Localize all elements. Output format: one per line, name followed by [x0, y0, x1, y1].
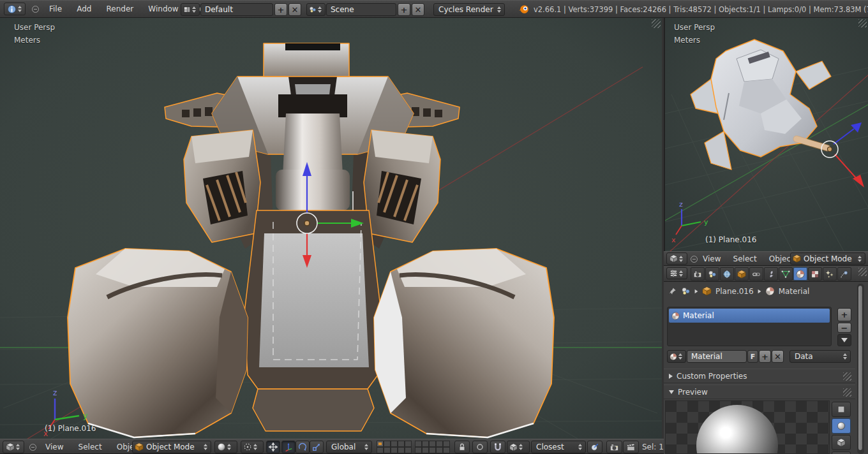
- tab-scene[interactable]: [705, 267, 719, 281]
- properties-editor-type-button[interactable]: [666, 267, 687, 279]
- delete-scene-button[interactable]: ✕: [412, 3, 424, 16]
- snap-target-selector[interactable]: Closest: [531, 441, 586, 453]
- screen-layout-selector[interactable]: [181, 3, 200, 16]
- physics-tab-icon: [840, 270, 849, 279]
- render-engine-selector[interactable]: Cycles Render: [433, 3, 505, 16]
- preview-panel-header[interactable]: Preview: [664, 384, 855, 399]
- secondary-collapse-menus-icon[interactable]: [691, 256, 698, 263]
- menu-render[interactable]: Render: [101, 2, 140, 17]
- screen-layout-name-field[interactable]: Default: [200, 3, 273, 16]
- shading-stepper: [226, 444, 232, 450]
- main-view-label: User Persp: [14, 23, 55, 32]
- mode-stepper: [202, 444, 209, 450]
- collapse-menus-icon[interactable]: [32, 6, 39, 13]
- viewport-shading-selector[interactable]: [214, 441, 237, 453]
- pin-icon[interactable]: [668, 286, 677, 296]
- secondary-mode-label: Object Mode: [801, 254, 857, 263]
- scene-selector[interactable]: [306, 3, 326, 16]
- add-screen-layout-button[interactable]: +: [274, 3, 287, 16]
- snap-element-selector[interactable]: [507, 441, 530, 453]
- browse-material-icon: [670, 353, 677, 361]
- breadcrumb-arrow-2: [758, 289, 761, 293]
- material-link-selector[interactable]: Data: [789, 350, 851, 363]
- lock-to-scene-button[interactable]: [454, 441, 470, 453]
- tab-modifiers[interactable]: [764, 267, 778, 281]
- material-name-field[interactable]: Material: [687, 350, 747, 363]
- tab-particles[interactable]: [823, 267, 837, 281]
- menu-add[interactable]: Add: [71, 2, 97, 17]
- scene-name-field[interactable]: Scene: [326, 3, 396, 16]
- breadcrumb-arrow-1: [695, 289, 698, 293]
- menu-file[interactable]: File: [43, 2, 68, 17]
- fake-user-button[interactable]: F: [747, 350, 758, 363]
- main-collapse-menus-icon[interactable]: [29, 444, 36, 451]
- material-browse-selector[interactable]: [667, 350, 686, 363]
- secondary-editor-type-button[interactable]: [666, 253, 687, 265]
- preview-monkey-button[interactable]: [832, 451, 851, 454]
- scale-manipulator-button[interactable]: [310, 441, 324, 453]
- add-scene-button[interactable]: +: [398, 3, 410, 16]
- render-opengl-button[interactable]: [606, 441, 622, 453]
- properties-scrollbar-thumb[interactable]: [858, 285, 863, 451]
- proportional-edit-button[interactable]: [472, 441, 488, 453]
- custom-properties-grip[interactable]: [843, 372, 851, 381]
- render-engine-stepper: [496, 6, 502, 13]
- snap-peel-button[interactable]: [587, 441, 602, 453]
- unlink-material-button[interactable]: ✕: [772, 350, 784, 363]
- secondary-menu-view[interactable]: View: [698, 252, 725, 267]
- preview-grip[interactable]: [843, 388, 851, 397]
- menu-window[interactable]: Window: [142, 2, 184, 17]
- layers-group-1[interactable]: [377, 441, 412, 453]
- material-specials-button[interactable]: [837, 334, 851, 346]
- material-slot-item[interactable]: Material: [669, 309, 830, 323]
- secondary-viewport-corner-grip[interactable]: [858, 19, 867, 27]
- tab-physics[interactable]: [837, 267, 851, 281]
- properties-header-grip[interactable]: [858, 268, 867, 276]
- preview-cube-button[interactable]: [832, 435, 851, 450]
- properties-scrollbar-track[interactable]: [857, 284, 864, 454]
- main-viewport-corner-grip[interactable]: [652, 19, 661, 28]
- render-opengl-anim-button[interactable]: [623, 441, 639, 453]
- snap-toggle-button[interactable]: [490, 441, 505, 453]
- material-tab-icon: [796, 270, 805, 279]
- secondary-mode-selector[interactable]: Object Mode: [790, 253, 865, 265]
- tab-render[interactable]: [691, 267, 705, 281]
- transform-orientation-selector[interactable]: Global: [326, 441, 372, 453]
- tab-constraints[interactable]: [749, 267, 763, 281]
- add-material-slot-button[interactable]: +: [837, 308, 851, 321]
- menu-view[interactable]: View: [40, 440, 69, 454]
- secondary-3d-viewport[interactable]: z y x User Persp Meters (1) Plane.016: [664, 18, 868, 251]
- secondary-editor-stepper: [678, 256, 684, 262]
- breadcrumb-object-name[interactable]: Plane.016: [715, 287, 754, 296]
- pivot-point-selector[interactable]: [241, 441, 264, 453]
- custom-properties-panel-header[interactable]: Custom Properties: [664, 369, 855, 383]
- new-material-button[interactable]: +: [759, 350, 771, 363]
- tab-material[interactable]: [793, 267, 807, 281]
- tab-object[interactable]: [735, 267, 749, 281]
- menu-select[interactable]: Select: [73, 440, 108, 454]
- editor-type-button-info[interactable]: [4, 3, 26, 15]
- manipulator-toggle-button[interactable]: [266, 441, 280, 453]
- layers-group-2[interactable]: [415, 441, 450, 453]
- material-slots-list[interactable]: Material: [667, 307, 832, 346]
- screen-layout-stepper: [191, 6, 197, 13]
- preview-sphere-button[interactable]: [832, 418, 851, 434]
- layer-1-active[interactable]: [377, 441, 384, 447]
- main-viewport-header: View Select Object Object Mode: [0, 439, 664, 454]
- tab-world[interactable]: [720, 267, 734, 281]
- object-tab-icon: [737, 270, 746, 279]
- mode-selector[interactable]: Object Mode: [132, 441, 211, 453]
- tab-texture[interactable]: [808, 267, 822, 281]
- rotate-manipulator-button[interactable]: [296, 441, 310, 453]
- preview-flat-button[interactable]: [832, 402, 851, 417]
- translate-manipulator-button[interactable]: [281, 441, 296, 453]
- secondary-menu-select[interactable]: Select: [729, 252, 761, 267]
- breadcrumb-material-name[interactable]: Material: [779, 287, 810, 296]
- layers-widget[interactable]: [377, 441, 450, 453]
- editor-type-button-3dview[interactable]: [3, 441, 24, 453]
- delete-screen-layout-button[interactable]: ✕: [288, 3, 301, 16]
- tab-object-data[interactable]: [779, 267, 793, 281]
- remove-material-slot-button[interactable]: −: [837, 323, 851, 333]
- pivot-stepper: [252, 444, 258, 450]
- main-3d-viewport[interactable]: z y x User Persp Meters (1) Plane.016: [0, 18, 662, 439]
